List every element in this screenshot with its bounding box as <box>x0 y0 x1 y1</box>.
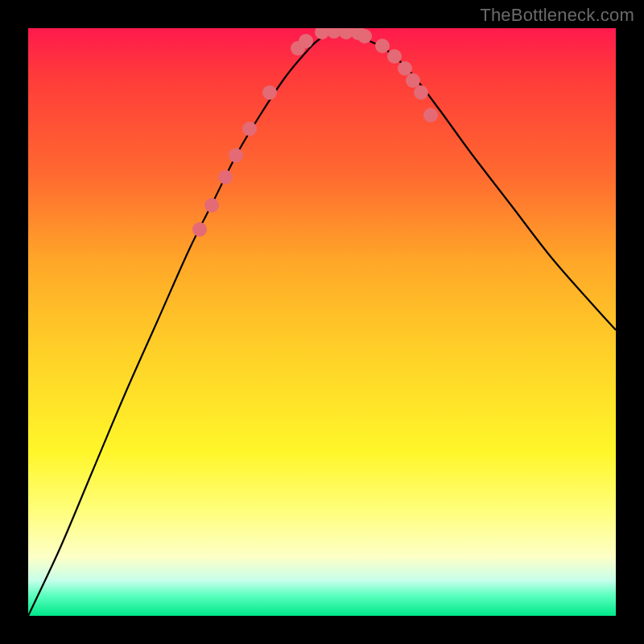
data-marker <box>192 222 207 237</box>
data-marker <box>218 170 233 184</box>
data-marker <box>398 61 412 76</box>
marker-group <box>192 28 438 237</box>
data-marker <box>357 29 372 43</box>
watermark-text: TheBottleneck.com <box>480 5 634 26</box>
data-marker <box>204 198 219 213</box>
data-marker <box>299 34 313 48</box>
data-marker <box>229 148 243 163</box>
data-marker <box>414 85 428 100</box>
curve-svg <box>28 28 616 616</box>
data-marker <box>406 73 420 88</box>
chart-frame: TheBottleneck.com <box>0 0 644 644</box>
data-marker <box>262 85 277 100</box>
data-marker <box>387 49 402 64</box>
bottleneck-curve <box>28 31 616 616</box>
plot-area <box>28 28 616 616</box>
data-marker <box>242 122 257 136</box>
data-marker <box>423 108 438 122</box>
data-marker <box>375 39 390 53</box>
